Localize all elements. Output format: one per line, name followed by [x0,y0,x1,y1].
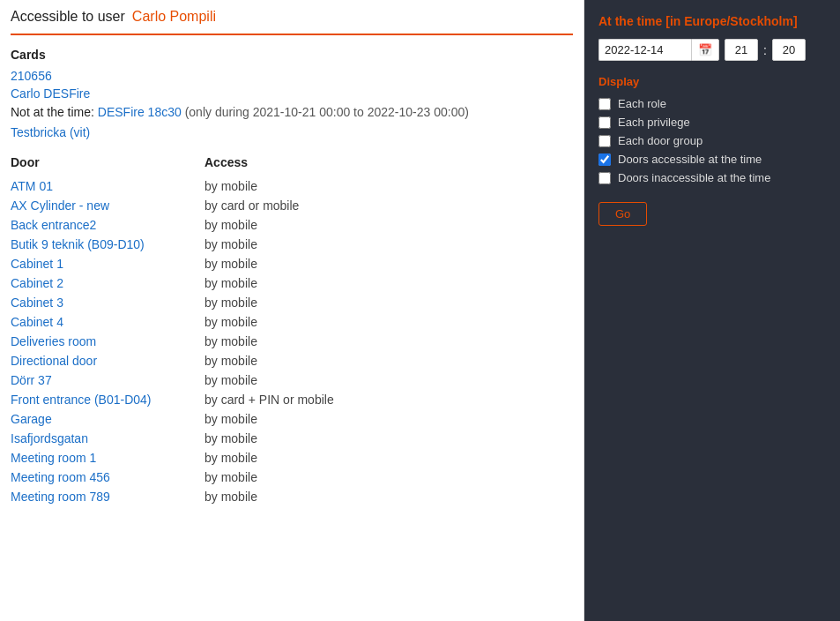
cb-each-role[interactable] [598,98,611,110]
door-cell[interactable]: Meeting room 789 [11,487,204,506]
door-cell[interactable]: AX Cylinder - new [11,196,204,215]
access-cell: by mobile [204,429,573,448]
door-cell[interactable]: Isafjordsgatan [11,429,204,448]
date-wrapper: 📅 [598,39,719,61]
table-row: Cabinet 4by mobile [11,312,573,332]
access-cell: by mobile [204,235,573,254]
door-cell[interactable]: Garage [11,409,204,429]
checkbox-row: Each door group [598,134,826,147]
checkboxes-container: Each roleEach privilegeEach door groupDo… [598,97,826,184]
cards-section-title: Cards [11,48,573,62]
table-row: Butik 9 teknik (B09-D10)by mobile [11,235,573,254]
table-row: Meeting room 456by mobile [11,468,573,487]
left-panel: Accessible to user Carlo Pompili Cards 2… [0,0,584,621]
door-cell[interactable]: Meeting room 1 [11,448,204,468]
page-title: Accessible to user [11,9,125,25]
door-cell[interactable]: Back entrance2 [11,215,204,235]
checkbox-row: Each role [598,97,826,110]
go-button[interactable]: Go [598,202,647,226]
checkbox-row: Doors inaccessible at the time [598,171,826,184]
table-row: Cabinet 3by mobile [11,293,573,312]
door-cell[interactable]: Directional door [11,351,204,370]
cb-doors-inaccessible-label[interactable]: Doors inaccessible at the time [618,171,770,184]
door-table: Door Access ATM 01by mobileAX Cylinder -… [11,152,573,506]
cb-doors-inaccessible[interactable] [598,172,611,184]
access-cell: by card + PIN or mobile [204,390,573,409]
cb-each-door-group-label[interactable]: Each door group [618,134,702,147]
access-cell: by mobile [204,176,573,196]
table-row: ATM 01by mobile [11,176,573,196]
table-row: Isafjordsgatanby mobile [11,429,573,448]
door-cell[interactable]: Cabinet 1 [11,254,204,273]
cb-doors-accessible[interactable] [598,153,611,166]
table-row: Deliveries roomby mobile [11,332,573,351]
access-cell: by mobile [204,215,573,235]
user-name[interactable]: Carlo Pompili [132,9,216,25]
access-cell: by mobile [204,332,573,351]
table-row: Garageby mobile [11,409,573,429]
cb-each-privilege[interactable] [598,116,611,129]
cb-each-door-group[interactable] [598,135,611,147]
door-cell[interactable]: Butik 9 teknik (B09-D10) [11,235,204,254]
table-row: Cabinet 1by mobile [11,254,573,273]
access-cell: by mobile [204,448,573,468]
door-cell[interactable]: ATM 01 [11,176,204,196]
access-cell: by mobile [204,409,573,429]
door-cell[interactable]: Front entrance (B01-D04) [11,390,204,409]
table-row: Dörr 37by mobile [11,370,573,390]
right-panel-title: At the time [in Europe/Stockholm] [598,14,826,28]
hour-input[interactable] [725,39,758,61]
checkbox-row: Doors accessible at the time [598,153,826,166]
table-row: Back entrance2by mobile [11,215,573,235]
access-cell: by mobile [204,273,573,293]
access-cell: by mobile [204,351,573,370]
card-link-210656[interactable]: 210656 [11,69,573,83]
access-cell: by mobile [204,254,573,273]
not-at-time-link[interactable]: DESFire 18c30 [98,105,182,119]
cb-each-privilege-label[interactable]: Each privilege [618,116,690,129]
door-cell[interactable]: Dörr 37 [11,370,204,390]
access-cell: by mobile [204,370,573,390]
right-panel: At the time [in Europe/Stockholm] 📅 : Di… [584,0,840,621]
calendar-icon[interactable]: 📅 [691,39,719,61]
table-row: Meeting room 1by mobile [11,448,573,468]
card-link-testbricka[interactable]: Testbricka (vit) [11,125,573,139]
cb-doors-accessible-label[interactable]: Doors accessible at the time [618,153,762,166]
table-row: Front entrance (B01-D04)by card + PIN or… [11,390,573,409]
access-cell: by card or mobile [204,196,573,215]
cards-section: Cards 210656 Carlo DESFire Not at the ti… [11,48,573,139]
display-section-title: Display [598,75,826,88]
table-row: Directional doorby mobile [11,351,573,370]
table-row: Cabinet 2by mobile [11,273,573,293]
door-cell[interactable]: Cabinet 2 [11,273,204,293]
checkbox-row: Each privilege [598,116,826,129]
date-input[interactable] [598,39,691,61]
time-colon: : [763,43,767,57]
col-header-access: Access [204,152,573,176]
datetime-row: 📅 : [598,39,826,61]
access-cell: by mobile [204,293,573,312]
not-at-time-prefix: Not at the time: [11,105,98,119]
page-header: Accessible to user Carlo Pompili [11,9,573,35]
not-at-time-suffix: (only during 2021-10-21 00:00 to 2022-10… [182,105,469,119]
col-header-door: Door [11,152,204,176]
door-cell[interactable]: Meeting room 456 [11,468,204,487]
door-cell[interactable]: Cabinet 3 [11,293,204,312]
not-at-time-row: Not at the time: DESFire 18c30 (only dur… [11,104,573,122]
table-row: Meeting room 789by mobile [11,487,573,506]
access-cell: by mobile [204,487,573,506]
access-cell: by mobile [204,312,573,332]
door-cell[interactable]: Deliveries room [11,332,204,351]
table-row: AX Cylinder - newby card or mobile [11,196,573,215]
access-cell: by mobile [204,468,573,487]
door-cell[interactable]: Cabinet 4 [11,312,204,332]
minute-input[interactable] [772,39,806,61]
cb-each-role-label[interactable]: Each role [618,97,666,110]
card-link-carlodesfire[interactable]: Carlo DESFire [11,86,573,101]
